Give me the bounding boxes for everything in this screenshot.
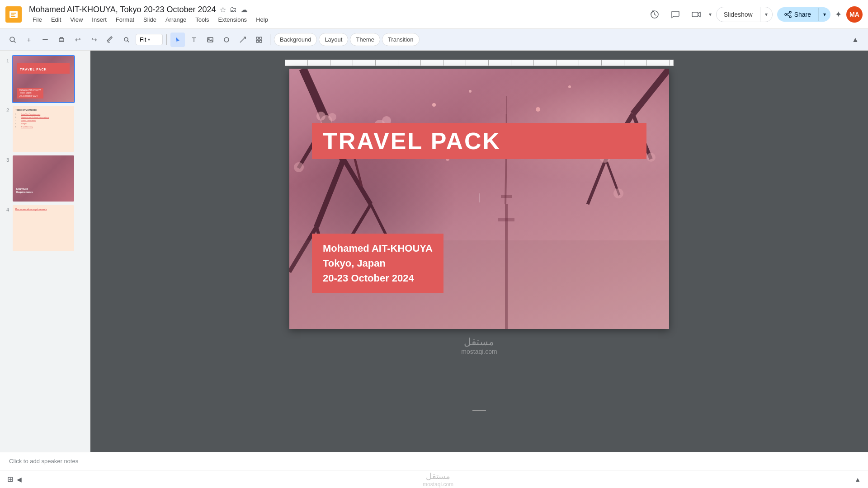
- thumb1-title: TRAVEL PACK: [20, 68, 47, 71]
- page-indicator: [472, 410, 486, 411]
- magic-icon[interactable]: ✦: [835, 9, 842, 19]
- slide-item-2[interactable]: 2 Table of Contents: 1 Entry/Exit Requir…: [0, 104, 90, 154]
- footer-arabic: مستقل: [22, 471, 854, 481]
- camera-button[interactable]: [688, 6, 704, 23]
- slide-number-1: 1: [4, 58, 9, 63]
- toolbar-collapse-button[interactable]: ▲: [848, 33, 863, 47]
- user-avatar[interactable]: MA: [846, 6, 863, 23]
- share-label: Share: [777, 7, 818, 22]
- slide-info-line-3: 20-23 October 2024: [323, 271, 433, 286]
- menu-tools[interactable]: Tools: [192, 15, 212, 24]
- thumb4-label: Documentation requirements: [15, 208, 71, 211]
- slideshow-dropdown-icon[interactable]: ▾: [760, 8, 772, 21]
- folder-icon[interactable]: 🗂: [230, 5, 237, 14]
- print-button[interactable]: [54, 33, 69, 47]
- paint-format-button[interactable]: [103, 33, 118, 47]
- search-button[interactable]: [5, 33, 20, 47]
- canvas-area: TRAVEL PACK Mohamed AIT-KHOUYA Tokyo, Ja…: [90, 51, 868, 452]
- layout-button[interactable]: Layout: [319, 33, 348, 46]
- share-button[interactable]: Share ▾: [777, 7, 830, 22]
- menu-view[interactable]: View: [66, 15, 86, 24]
- slide-item-3[interactable]: 3 Entry/ExitRequirements: [0, 154, 90, 203]
- slide-item-1[interactable]: 1 TRAVEL PACK Mohamed AIT-KHOUYATokyo, J…: [0, 54, 90, 104]
- zoom-icon[interactable]: [119, 33, 134, 47]
- menu-extensions[interactable]: Extensions: [215, 15, 251, 24]
- top-right: ▾ Slideshow ▾ Share ▾ ✦ MA: [646, 6, 863, 23]
- svg-line-12: [14, 41, 15, 42]
- main-area: 1 TRAVEL PACK Mohamed AIT-KHOUYATokyo, J…: [0, 51, 868, 452]
- slideshow-label: Slideshow: [717, 7, 760, 22]
- theme-button[interactable]: Theme: [350, 33, 380, 46]
- transition-button[interactable]: Transition: [382, 33, 420, 46]
- thumb4-bg: Documentation requirements: [13, 205, 74, 251]
- thumb2-title: Table of Contents:: [15, 108, 71, 111]
- slideshow-button[interactable]: Slideshow ▾: [716, 7, 773, 22]
- svg-rect-3: [11, 16, 15, 17]
- svg-rect-13: [42, 39, 48, 40]
- history-button[interactable]: [646, 6, 663, 23]
- zoom-in-button[interactable]: +: [22, 33, 36, 47]
- bottom-watermark: مستقل mostaqi.com: [22, 471, 854, 488]
- slide-thumbnail-2[interactable]: Table of Contents: 1 Entry/Exit Requirem…: [13, 106, 74, 152]
- cloud-icon[interactable]: ☁: [241, 5, 248, 14]
- comments-button[interactable]: [667, 6, 684, 23]
- svg-point-7: [789, 16, 791, 18]
- watermark-url: mostaqi.com: [461, 348, 497, 355]
- svg-line-18: [127, 41, 129, 42]
- collapse-panel-icon[interactable]: ◀: [17, 476, 22, 483]
- slide-number-4: 4: [4, 207, 9, 212]
- svg-point-20: [208, 38, 210, 39]
- line-tool[interactable]: [236, 33, 250, 47]
- svg-rect-2: [11, 14, 14, 15]
- slide-number-3: 3: [4, 157, 9, 163]
- slide-canvas[interactable]: TRAVEL PACK Mohamed AIT-KHOUYA Tokyo, Ja…: [289, 69, 669, 329]
- redo-button[interactable]: ↪: [87, 33, 101, 47]
- layout-tool[interactable]: [252, 33, 266, 47]
- menu-insert[interactable]: Insert: [88, 15, 110, 24]
- svg-line-10: [787, 14, 789, 16]
- menu-edit[interactable]: Edit: [47, 15, 65, 24]
- share-dropdown-icon[interactable]: ▾: [818, 8, 830, 21]
- slide-item-4[interactable]: 4 Documentation requirements: [0, 203, 90, 253]
- zoom-select[interactable]: Fit ▾: [136, 34, 163, 45]
- thumb2-row-4: 4 Budget: [15, 122, 71, 125]
- scroll-up-icon[interactable]: ▲: [854, 476, 861, 483]
- shape-tool[interactable]: [219, 33, 234, 47]
- pointer-tool[interactable]: [170, 33, 185, 47]
- menu-help[interactable]: Help: [252, 15, 272, 24]
- thumb1-bg: TRAVEL PACK Mohamed AIT-KHOUYATokyo, Jap…: [13, 56, 74, 102]
- slide-thumbnail-1[interactable]: TRAVEL PACK Mohamed AIT-KHOUYATokyo, Jap…: [13, 56, 74, 102]
- menu-file[interactable]: File: [29, 15, 46, 24]
- svg-point-21: [224, 38, 229, 42]
- grid-view-icon[interactable]: ⊞: [7, 475, 13, 483]
- speaker-notes[interactable]: Click to add speaker notes: [0, 452, 868, 470]
- svg-rect-5: [692, 12, 698, 17]
- text-tool[interactable]: T: [187, 33, 201, 47]
- background-button[interactable]: Background: [274, 33, 317, 46]
- image-tool[interactable]: [203, 33, 217, 47]
- svg-rect-23: [256, 37, 259, 39]
- menu-slide[interactable]: Slide: [140, 15, 160, 24]
- slides-nav: ⊞ ◀: [7, 475, 22, 483]
- undo-button[interactable]: ↩: [71, 33, 85, 47]
- thumb2-row-3: 3 Events Information: [15, 119, 71, 122]
- svg-line-22: [240, 37, 245, 42]
- watermark-arabic: مستقل: [461, 336, 497, 348]
- top-bar: Mohamed AIT-KHOUYA, Tokyo 20-23 October …: [0, 0, 868, 29]
- slide-thumbnail-3[interactable]: Entry/ExitRequirements: [13, 155, 74, 202]
- slide-thumbnail-4[interactable]: Documentation requirements: [13, 205, 74, 251]
- zoom-out-button[interactable]: [38, 33, 52, 47]
- svg-rect-1: [11, 13, 16, 14]
- zoom-dropdown-icon: ▾: [148, 37, 150, 42]
- slide-info-box[interactable]: Mohamed AIT-KHOUYA Tokyo, Japan 20-23 Oc…: [312, 234, 443, 293]
- bottom-bar: ⊞ ◀ مستقل mostaqi.com ▲: [0, 470, 868, 488]
- star-icon[interactable]: ☆: [220, 5, 226, 14]
- menu-arrange[interactable]: Arrange: [162, 15, 190, 24]
- thumb1-info: Mohamed AIT-KHOUYATokyo, Japan20-23 Octo…: [19, 89, 41, 98]
- menu-format[interactable]: Format: [112, 15, 138, 24]
- thumb2-row-1: 1 Entry/Exit Requirements: [15, 113, 71, 115]
- camera-dropdown[interactable]: ▾: [709, 11, 712, 18]
- slide-title-bar[interactable]: TRAVEL PACK: [312, 123, 646, 159]
- thumb3-label: Entry/ExitRequirements: [16, 188, 33, 194]
- app-icon[interactable]: [5, 6, 22, 23]
